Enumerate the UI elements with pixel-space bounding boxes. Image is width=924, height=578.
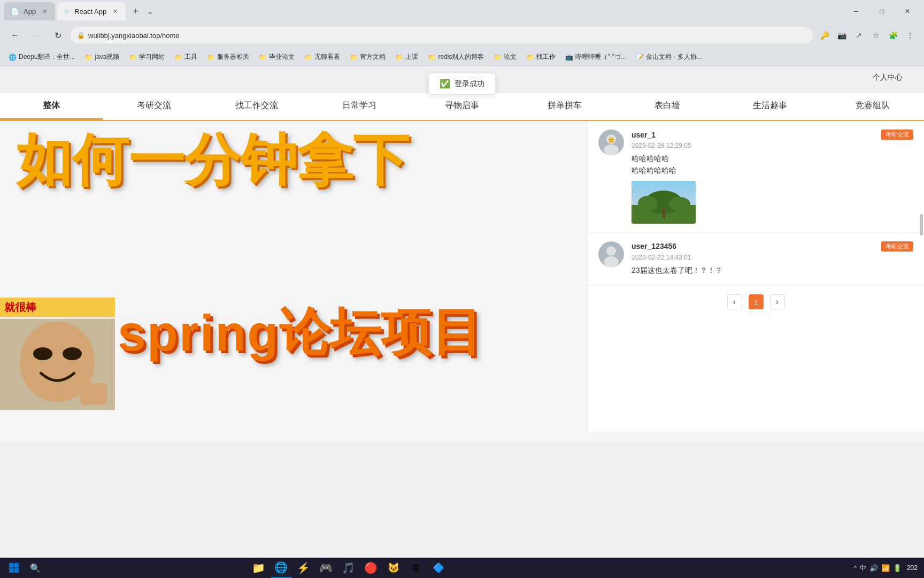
close-button[interactable]: ✕ bbox=[895, 3, 920, 20]
svg-rect-21 bbox=[9, 568, 14, 573]
tab-app-label: App bbox=[24, 7, 36, 16]
svg-point-13 bbox=[638, 196, 657, 211]
post-avatar-1: 😊 bbox=[598, 130, 624, 155]
tray-caret-icon[interactable]: ^ bbox=[854, 565, 857, 571]
bookmark-label: 工具 bbox=[184, 52, 197, 62]
tray-battery-icon[interactable]: 🔋 bbox=[893, 564, 902, 572]
bookmark-study[interactable]: 📁 学习网站 bbox=[125, 51, 169, 64]
svg-point-14 bbox=[669, 197, 690, 211]
screenshot-icon[interactable]: 📷 bbox=[834, 28, 849, 43]
meme-image: 就很棒 bbox=[0, 298, 115, 410]
taskbar-app-5[interactable]: 🎵 bbox=[338, 558, 359, 578]
address-input[interactable]: 🔒 wulibbj.yangxiaobai.top/home bbox=[71, 27, 813, 44]
taskbar-app-8[interactable]: ⚙ bbox=[406, 558, 426, 578]
tab-react-close[interactable]: ✕ bbox=[111, 7, 119, 16]
menu-icon[interactable]: ⋮ bbox=[903, 28, 918, 43]
forward-button[interactable]: → bbox=[28, 27, 45, 44]
bookmark-label: 上课 bbox=[405, 52, 418, 62]
svg-text:😊: 😊 bbox=[608, 136, 615, 143]
bookmark-browse[interactable]: 📁 无聊看看 bbox=[300, 51, 344, 64]
taskbar-file-explorer[interactable]: 📁 bbox=[249, 558, 269, 578]
bookmark-icon: 📁 bbox=[350, 54, 358, 61]
svg-point-8 bbox=[604, 144, 619, 155]
bookmark-deepl[interactable]: 🌐 DeepL翻译：全世... bbox=[4, 51, 79, 64]
post-item-2: user_123456 考研交流 2023-02-22 14:43:01 23届… bbox=[588, 233, 924, 285]
share-icon[interactable]: ↗ bbox=[851, 28, 866, 43]
prev-page-button[interactable]: ‹ bbox=[727, 294, 742, 309]
post-image-1 bbox=[632, 181, 696, 224]
toast-check-icon: ✅ bbox=[440, 79, 450, 89]
bookmark-label: java视频 bbox=[95, 52, 119, 62]
bookmark-job[interactable]: 📁 找工作 bbox=[522, 51, 560, 64]
bookmark-icon: 📁 bbox=[526, 54, 534, 61]
bookmark-icon: 📁 bbox=[174, 54, 182, 61]
post-time-1: 2023-02-28 12:29:05 bbox=[632, 142, 913, 149]
tab-postgraduate[interactable]: 考研交流 bbox=[103, 93, 205, 120]
tab-app-close[interactable]: ✕ bbox=[40, 7, 49, 16]
maximize-button[interactable]: □ bbox=[869, 3, 894, 20]
bookmark-icon: 📁 bbox=[207, 54, 215, 61]
title-bar: 📄 App ✕ ⚛ React App ✕ + ⌄ ─ □ ✕ bbox=[0, 0, 924, 22]
post-text-1: 哈哈哈哈哈 哈哈哈哈哈哈 bbox=[632, 153, 913, 177]
bookmark-bilibili[interactable]: 📺 哔哩哔哩（"-"づ... bbox=[561, 51, 630, 64]
pagination: ‹ 1 › bbox=[588, 285, 924, 318]
next-page-button[interactable]: › bbox=[770, 294, 785, 309]
taskbar-clock[interactable]: 202 bbox=[905, 564, 920, 572]
taskbar-search-button[interactable]: 🔍 bbox=[26, 558, 45, 577]
bookmark-server[interactable]: 📁 服务器相关 bbox=[203, 51, 253, 64]
taskbar-app-9[interactable]: 🔷 bbox=[428, 558, 449, 578]
tray-volume-icon[interactable]: 🔊 bbox=[869, 564, 878, 572]
extensions-icon[interactable]: 🧩 bbox=[886, 28, 900, 43]
address-actions: 🔑 📷 ↗ ☆ 🧩 ⋮ bbox=[817, 28, 918, 43]
taskbar-terminal[interactable]: ⚡ bbox=[294, 558, 314, 578]
post-text-2: 23届这也太卷了吧！？！？ bbox=[632, 264, 913, 276]
tab-overall[interactable]: 整体 bbox=[0, 93, 103, 120]
login-toast: ✅ 登录成功 bbox=[428, 73, 496, 95]
tab-lost-found[interactable]: 寻物启事 bbox=[411, 93, 513, 120]
bookmark-java[interactable]: 📁 java视频 bbox=[80, 51, 124, 64]
tray-language-icon[interactable]: 中 bbox=[860, 564, 866, 573]
bookmark-icon: 📁 bbox=[259, 54, 267, 61]
reload-button[interactable]: ↻ bbox=[49, 27, 66, 44]
tab-app[interactable]: 📄 App ✕ bbox=[4, 2, 55, 20]
bookmark-label: 哔哩哔哩（"-"づ... bbox=[575, 52, 626, 62]
tab-competition[interactable]: 竞赛组队 bbox=[821, 93, 924, 120]
lock-icon: 🔒 bbox=[77, 32, 85, 39]
password-icon[interactable]: 🔑 bbox=[817, 28, 832, 43]
bookmark-redis[interactable]: 📁 redis别人的博客 bbox=[424, 51, 488, 64]
bookmark-thesis[interactable]: 📁 毕业论文 bbox=[255, 51, 299, 64]
current-page-button[interactable]: 1 bbox=[749, 294, 764, 309]
taskbar-app-6[interactable]: 🔴 bbox=[361, 558, 381, 578]
bookmark-class[interactable]: 📁 上课 bbox=[391, 51, 422, 64]
tray-network-icon[interactable]: 📶 bbox=[881, 564, 890, 572]
post-tag-2[interactable]: 考研交流 bbox=[881, 241, 913, 252]
bookmark-paper[interactable]: 📁 论文 bbox=[489, 51, 521, 64]
bookmark-tools[interactable]: 📁 工具 bbox=[170, 51, 202, 64]
taskbar-app-4[interactable]: 🎮 bbox=[316, 558, 336, 578]
tab-job[interactable]: 找工作交流 bbox=[205, 93, 308, 120]
tab-carpool[interactable]: 拼单拼车 bbox=[513, 93, 616, 120]
personal-center-link[interactable]: 个人中心 bbox=[873, 73, 903, 82]
minimize-button[interactable]: ─ bbox=[844, 3, 868, 20]
bookmark-star-icon[interactable]: ☆ bbox=[868, 28, 883, 43]
post-body-2: user_123456 考研交流 2023-02-22 14:43:01 23届… bbox=[632, 241, 913, 276]
tab-overflow-button[interactable]: ⌄ bbox=[147, 7, 153, 16]
back-button[interactable]: ← bbox=[6, 27, 24, 44]
taskbar-app-7[interactable]: 🐱 bbox=[383, 558, 404, 578]
start-button[interactable] bbox=[4, 558, 24, 577]
tab-confession[interactable]: 表白墙 bbox=[616, 93, 719, 120]
bookmark-docs[interactable]: 📁 官方文档 bbox=[345, 51, 390, 64]
bookmark-icon: 📁 bbox=[304, 54, 312, 61]
scrollbar[interactable] bbox=[920, 214, 923, 235]
taskbar-edge[interactable]: 🌐 bbox=[271, 558, 291, 578]
new-tab-button[interactable]: + bbox=[128, 4, 143, 19]
bookmark-icon: 📁 bbox=[129, 54, 137, 61]
tab-react-app[interactable]: ⚛ React App ✕ bbox=[57, 2, 126, 20]
bookmark-icon: 📁 bbox=[84, 54, 93, 61]
post-tag-1[interactable]: 考研交流 bbox=[881, 130, 913, 140]
bookmark-icon: 📁 bbox=[494, 54, 502, 61]
tab-daily-study[interactable]: 日常学习 bbox=[308, 93, 411, 120]
tab-life[interactable]: 生活趣事 bbox=[719, 93, 821, 120]
bookmark-label: 找工作 bbox=[536, 52, 556, 62]
bookmark-jinshan[interactable]: 📝 金山文档 - 多人协... bbox=[632, 51, 706, 64]
